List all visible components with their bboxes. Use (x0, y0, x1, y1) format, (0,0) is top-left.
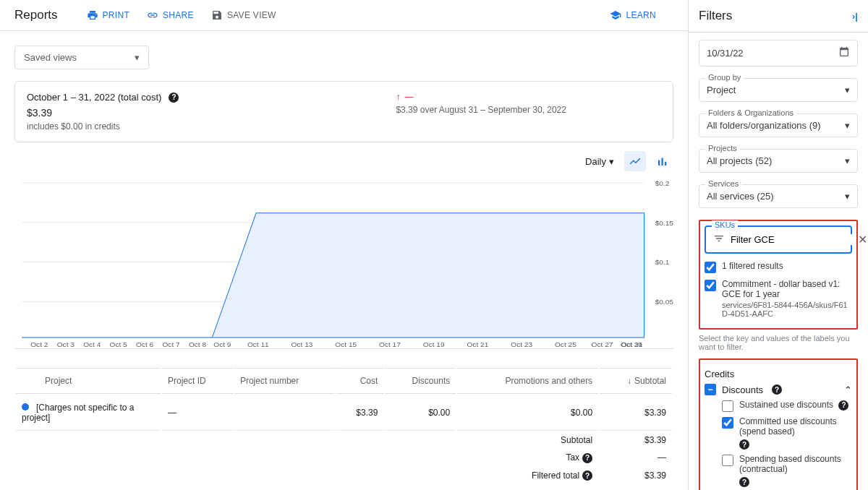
chevron-down-icon: ▾ (135, 52, 140, 63)
link-icon (147, 9, 158, 21)
label-hint: Select the key and values of the labels … (699, 334, 858, 351)
col-promotions[interactable]: Promotions and others (457, 368, 598, 394)
discounts-toggle[interactable]: − Discounts ? ⌃ (705, 384, 852, 395)
sort-down-icon: ↓ (627, 376, 631, 386)
save-icon (211, 9, 223, 21)
trend-text: $3.39 over August 31 – September 30, 202… (396, 105, 566, 115)
svg-rect-1 (662, 158, 663, 166)
col-subtotal[interactable]: ↓Subtotal (600, 368, 672, 394)
col-cost[interactable]: Cost (336, 368, 384, 394)
save-view-button[interactable]: SAVE VIEW (211, 9, 276, 21)
subtotal-label: Subtotal (457, 432, 598, 448)
sku-item-row[interactable]: Commitment - dollar based v1: GCE for 1 … (705, 279, 852, 318)
help-icon[interactable]: ? (739, 477, 749, 487)
print-button[interactable]: PRINT (87, 9, 130, 21)
calendar-icon (838, 46, 850, 60)
print-icon (87, 9, 98, 21)
svg-text:Oct 31: Oct 31 (621, 340, 643, 348)
col-project[interactable]: Project (16, 368, 161, 394)
sku-item-checkbox[interactable] (705, 280, 716, 291)
help-icon[interactable]: ? (772, 384, 782, 395)
help-icon[interactable]: ? (582, 453, 592, 463)
spending-row[interactable]: Spending based discounts (contractual)? (722, 454, 852, 487)
svg-rect-2 (665, 162, 666, 166)
svg-rect-0 (658, 160, 660, 166)
indeterminate-checkbox[interactable]: − (705, 384, 716, 395)
summary-credits: includes $0.00 in credits (27, 121, 179, 132)
col-discounts[interactable]: Discounts (385, 368, 456, 394)
svg-text:Oct 3: Oct 3 (57, 340, 75, 348)
bar-chart-button[interactable] (652, 151, 673, 171)
sku-search-input[interactable] (731, 234, 852, 245)
svg-text:Oct 6: Oct 6 (136, 340, 154, 348)
credits-title: Credits (705, 369, 852, 379)
svg-text:Oct 13: Oct 13 (292, 340, 313, 348)
chevron-down-icon: ▾ (845, 85, 850, 95)
help-icon[interactable]: ? (739, 439, 749, 450)
share-button[interactable]: SHARE (147, 9, 194, 21)
svg-text:Oct 9: Oct 9 (213, 340, 231, 348)
summary-cost: $3.39 (27, 107, 179, 119)
projects-field[interactable]: Projects All projects (52) ▾ (699, 149, 858, 173)
sustained-checkbox[interactable] (722, 400, 733, 412)
filter-icon (713, 233, 725, 246)
collapse-icon[interactable]: ›| (852, 11, 858, 22)
committed-row[interactable]: Committed use discounts (spend based)? (722, 416, 852, 450)
col-project-id[interactable]: Project ID (162, 368, 233, 394)
line-chart-button[interactable] (624, 151, 646, 171)
svg-text:Oct 25: Oct 25 (555, 340, 576, 348)
svg-text:Oct 5: Oct 5 (110, 340, 128, 348)
svg-text:Oct 21: Oct 21 (467, 340, 489, 348)
chevron-down-icon: ▾ (845, 155, 850, 166)
svg-text:Oct 27: Oct 27 (592, 340, 613, 348)
saved-views-dropdown[interactable]: Saved views ▾ (14, 46, 149, 69)
learn-button[interactable]: LEARN (610, 9, 656, 21)
filtered-total-value: $3.39 (600, 468, 672, 484)
filters-title: Filters (699, 9, 732, 23)
services-field[interactable]: Services All services (25) ▾ (699, 184, 858, 208)
learn-icon (610, 9, 621, 21)
filtered-results-row[interactable]: 1 filtered results (705, 261, 852, 273)
svg-text:Oct 11: Oct 11 (247, 340, 269, 348)
help-icon[interactable]: ? (838, 400, 848, 411)
help-icon[interactable]: ? (582, 470, 592, 481)
help-icon[interactable]: ? (169, 93, 179, 103)
subtotal-value: $3.39 (600, 432, 672, 448)
col-project-number[interactable]: Project number (234, 368, 335, 394)
svg-text:Oct 4: Oct 4 (83, 340, 101, 348)
skus-filter-input[interactable]: SKUs ✕ (705, 225, 852, 254)
svg-text:Oct 19: Oct 19 (423, 340, 445, 348)
svg-text:$0.1: $0.1 (655, 259, 670, 267)
chevron-down-icon: ▾ (845, 191, 850, 202)
svg-text:Oct 8: Oct 8 (189, 340, 207, 348)
chevron-up-icon[interactable]: ⌃ (844, 384, 852, 395)
skus-highlight-box: SKUs ✕ 1 filtered results Commitment - d… (699, 220, 858, 330)
svg-text:Oct 15: Oct 15 (335, 340, 357, 348)
committed-checkbox[interactable] (722, 417, 733, 429)
svg-text:$0.05: $0.05 (655, 298, 673, 306)
spending-checkbox[interactable] (722, 455, 733, 466)
table-row[interactable]: [Charges not specific to a project] — $3… (16, 395, 672, 431)
chevron-down-icon: ▾ (845, 120, 850, 131)
svg-text:$0.2: $0.2 (655, 179, 670, 187)
sustained-row[interactable]: Sustained use discounts ? (722, 400, 852, 412)
folders-field[interactable]: Folders & Organizations All folders/orga… (699, 113, 858, 137)
summary-card: October 1 – 31, 2022 (total cost) ? $3.3… (14, 81, 673, 142)
svg-text:Oct 2: Oct 2 (30, 340, 48, 348)
cost-table: Project Project ID Project number Cost D… (14, 366, 673, 485)
tax-value: — (600, 450, 672, 466)
svg-text:$0.15: $0.15 (655, 219, 673, 227)
granularity-dropdown[interactable]: Daily ▾ (581, 153, 618, 170)
cost-chart: $0.2 $0.15 $0.1 $0.05 Oct 2 Oct 3 Oct 4 … (14, 176, 673, 349)
group-by-field[interactable]: Group by Project ▾ (699, 78, 858, 102)
date-to-field[interactable]: 10/31/22 (699, 40, 858, 66)
series-dot (22, 403, 29, 411)
clear-icon[interactable]: ✕ (858, 233, 867, 246)
svg-text:Oct 17: Oct 17 (379, 340, 401, 348)
summary-period: October 1 – 31, 2022 (total cost) (27, 92, 161, 103)
credits-highlight-box: Credits − Discounts ? ⌃ Sustained use di… (699, 358, 858, 490)
svg-text:Oct 23: Oct 23 (511, 340, 532, 348)
tax-label: Tax (566, 452, 579, 463)
filtered-results-checkbox[interactable] (705, 262, 716, 273)
svg-text:Oct 7: Oct 7 (162, 340, 180, 348)
